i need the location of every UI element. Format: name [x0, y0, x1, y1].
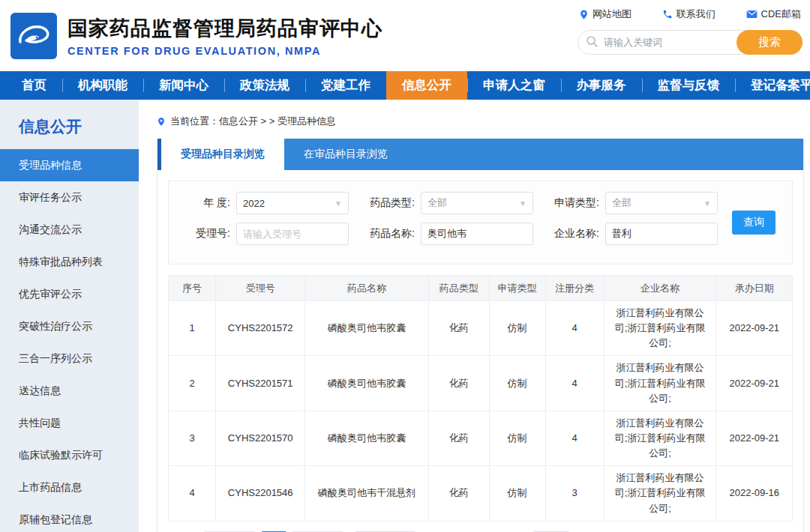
cell-index: 2 [169, 356, 216, 411]
cell-drug-type: 化药 [428, 466, 489, 521]
sidebar-item-8[interactable]: 共性问题 [0, 407, 139, 439]
search-button[interactable]: 搜索 [736, 30, 802, 55]
cell-acceptance-no: CYHS2201572 [216, 301, 305, 356]
cell-reg-class: 4 [545, 411, 604, 465]
cde-logo-mark [16, 19, 52, 52]
location-pin-icon [157, 116, 166, 127]
tab-under-review-catalog[interactable]: 在审品种目录浏览 [284, 139, 407, 170]
drug-type-select[interactable]: 全部 ▼ [421, 192, 533, 214]
sidebar-item-2[interactable]: 沟通交流公示 [0, 214, 139, 246]
sidebar-item-6[interactable]: 三合一序列公示 [0, 342, 139, 375]
contact-link[interactable]: 联系我们 [662, 7, 716, 21]
cell-company: 浙江普利药业有限公司;浙江普利药业有限公司; [604, 301, 716, 356]
contact-label: 联系我们 [676, 7, 716, 21]
site-header: 国家药品监督管理局药品审评中心 CENTER FOR DRUG EVALUATI… [0, 0, 810, 71]
apply-type-label: 申请类型: [550, 196, 599, 210]
cell-company: 浙江普利药业有限公司;浙江普利药业有限公司; [604, 356, 716, 411]
nav-item-9[interactable]: 登记备案平台 [735, 71, 810, 100]
cell-company: 浙江普利药业有限公司;浙江普利药业有限公司; [604, 411, 716, 465]
nav-item-3[interactable]: 政策法规 [224, 71, 305, 100]
column-header-1: 受理号 [216, 276, 305, 301]
table-row[interactable]: 3CYHS2201570磷酸奥司他韦胶囊化药仿制4浙江普利药业有限公司;浙江普利… [169, 411, 793, 465]
table-row[interactable]: 2CYHS2201571磷酸奥司他韦胶囊化药仿制4浙江普利药业有限公司;浙江普利… [169, 356, 793, 411]
cell-drug-name: 磷酸奥司他韦胶囊 [305, 356, 429, 411]
drug-type-value: 全部 [428, 196, 447, 210]
drug-name-input[interactable] [428, 229, 526, 240]
nav-item-7[interactable]: 办事服务 [561, 71, 642, 100]
sitemap-label: 网站地图 [592, 7, 632, 21]
cell-reg-class: 4 [545, 356, 604, 411]
column-header-0: 序号 [169, 276, 216, 301]
company-input[interactable] [612, 229, 711, 240]
apply-type-select[interactable]: 全部 ▼ [605, 192, 718, 214]
quick-links: 网站地图 联系我们 CDE邮箱 [578, 7, 802, 21]
cell-date: 2022-09-16 [716, 466, 793, 521]
sidebar-item-5[interactable]: 突破性治疗公示 [0, 310, 139, 342]
query-button[interactable]: 查询 [732, 211, 776, 235]
cell-drug-type: 化药 [428, 411, 489, 465]
column-header-5: 注册分类 [545, 276, 604, 301]
cell-index: 1 [169, 301, 216, 356]
column-header-3: 药品类型 [428, 276, 489, 301]
column-header-4: 申请类型 [489, 276, 545, 301]
year-label: 年 度: [181, 196, 230, 210]
cde-logo [10, 13, 57, 59]
cell-apply-type: 仿制 [489, 466, 545, 521]
chevron-down-icon: ▼ [704, 199, 711, 208]
year-select[interactable]: 2022 ▼ [236, 192, 349, 214]
cell-company: 浙江普利药业有限公司;浙江普利药业有限公司; [604, 466, 716, 521]
mail-icon [746, 10, 758, 19]
sidebar-item-9[interactable]: 临床试验默示许可 [0, 439, 139, 471]
acceptance-no-input[interactable] [243, 229, 342, 240]
nav-item-6[interactable]: 申请人之窗 [467, 71, 561, 100]
filter-panel: 年 度: 2022 ▼ 药品类型: 全部 ▼ 申 [168, 181, 793, 265]
column-header-2: 药品名称 [305, 276, 429, 301]
cell-index: 4 [169, 466, 216, 521]
cell-drug-name: 磷酸奥司他韦胶囊 [305, 411, 429, 465]
sidebar: 信息公开 受理品种信息审评任务公示沟通交流公示特殊审批品种列表优先审评公示突破性… [0, 100, 139, 532]
tab-accepted-catalog[interactable]: 受理品种目录浏览 [161, 139, 284, 170]
drug-name-label: 药品名称: [365, 227, 415, 241]
cell-acceptance-no: CYHS2201546 [216, 466, 305, 521]
sidebar-item-3[interactable]: 特殊审批品种列表 [0, 246, 139, 278]
nav-item-5[interactable]: 信息公开 [386, 71, 467, 100]
cell-apply-type: 仿制 [489, 301, 545, 356]
map-pin-icon [579, 9, 589, 20]
cell-drug-name: 磷酸奥司他韦干混悬剂 [305, 466, 429, 521]
apply-type-value: 全部 [612, 196, 632, 210]
nav-item-0[interactable]: 首页 [6, 71, 62, 100]
nav-item-2[interactable]: 新闻中心 [143, 71, 224, 100]
nav-item-1[interactable]: 机构职能 [62, 71, 143, 100]
cell-drug-type: 化药 [428, 356, 489, 411]
cde-mail-link[interactable]: CDE邮箱 [746, 7, 801, 21]
nav-item-4[interactable]: 党建工作 [305, 71, 386, 100]
year-value: 2022 [243, 198, 265, 209]
sidebar-item-11[interactable]: 原辅包登记信息 [0, 504, 139, 532]
table-row[interactable]: 4CYHS2201546磷酸奥司他韦干混悬剂化药仿制3浙江普利药业有限公司;浙江… [169, 466, 793, 521]
phone-icon [662, 9, 673, 19]
nav-item-8[interactable]: 监督与反馈 [642, 71, 736, 100]
cell-reg-class: 3 [545, 466, 604, 521]
company-label: 企业名称: [550, 227, 599, 241]
site-title: 国家药品监督管理局药品审评中心 [68, 15, 382, 42]
table-header-row: 序号受理号药品名称药品类型申请类型注册分类企业名称承办日期 [169, 276, 793, 301]
cell-index: 3 [169, 411, 216, 465]
acceptance-no-label: 受理号: [181, 227, 230, 241]
search-icon [586, 35, 598, 51]
tabbar: 受理品种目录浏览 在审品种目录浏览 [158, 139, 803, 170]
breadcrumb-text: 当前位置：信息公开 > > 受理品种信息 [170, 115, 336, 128]
sidebar-item-0[interactable]: 受理品种信息 [0, 149, 139, 181]
cell-drug-type: 化药 [428, 301, 489, 356]
cell-apply-type: 仿制 [489, 356, 545, 411]
cell-acceptance-no: CYHS2201570 [216, 411, 305, 465]
sitemap-link[interactable]: 网站地图 [579, 7, 632, 21]
cde-mail-label: CDE邮箱 [761, 7, 801, 21]
cell-reg-class: 4 [545, 301, 604, 356]
sidebar-item-10[interactable]: 上市药品信息 [0, 471, 139, 504]
table-row[interactable]: 1CYHS2201572磷酸奥司他韦胶囊化药仿制4浙江普利药业有限公司;浙江普利… [169, 301, 793, 356]
drug-type-label: 药品类型: [365, 196, 415, 210]
sidebar-item-1[interactable]: 审评任务公示 [0, 181, 139, 214]
sidebar-item-7[interactable]: 送达信息 [0, 375, 139, 407]
cell-apply-type: 仿制 [489, 411, 545, 465]
sidebar-item-4[interactable]: 优先审评公示 [0, 278, 139, 310]
